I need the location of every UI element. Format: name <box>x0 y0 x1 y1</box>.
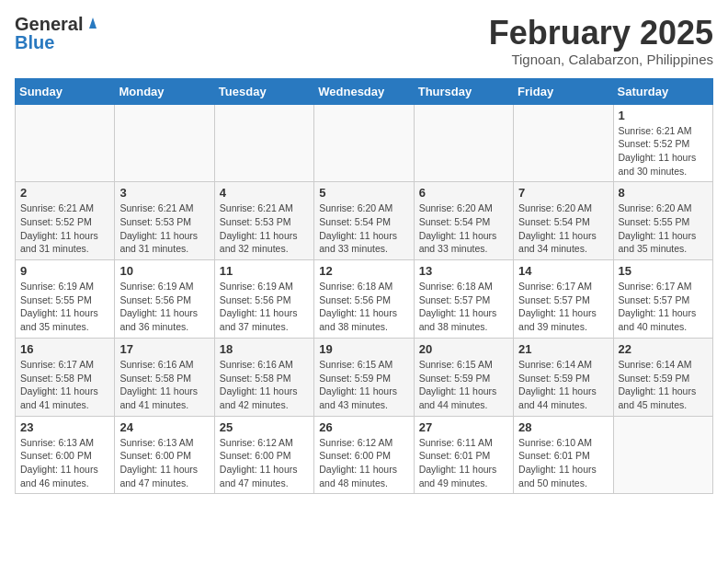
day-number: 12 <box>319 264 408 278</box>
day-info: Sunrise: 6:12 AM Sunset: 6:00 PM Dayligh… <box>319 436 408 490</box>
calendar-cell: 7Sunrise: 6:20 AM Sunset: 5:54 PM Daylig… <box>514 182 613 260</box>
day-info: Sunrise: 6:18 AM Sunset: 5:57 PM Dayligh… <box>419 280 508 334</box>
day-number: 4 <box>220 186 309 200</box>
day-number: 7 <box>518 186 608 200</box>
day-number: 8 <box>619 186 708 200</box>
calendar-cell: 9Sunrise: 6:19 AM Sunset: 5:55 PM Daylig… <box>16 260 115 339</box>
calendar-week-row: 2Sunrise: 6:21 AM Sunset: 5:52 PM Daylig… <box>16 182 713 260</box>
calendar-week-row: 9Sunrise: 6:19 AM Sunset: 5:55 PM Daylig… <box>16 260 713 339</box>
day-number: 13 <box>419 264 508 278</box>
weekday-header-tuesday: Tuesday <box>214 78 313 104</box>
calendar-week-row: 16Sunrise: 6:17 AM Sunset: 5:58 PM Dayli… <box>16 338 713 416</box>
day-number: 11 <box>220 264 309 278</box>
day-info: Sunrise: 6:21 AM Sunset: 5:52 PM Dayligh… <box>619 124 708 178</box>
day-number: 20 <box>419 342 508 356</box>
calendar-cell: 26Sunrise: 6:12 AM Sunset: 6:00 PM Dayli… <box>314 416 414 494</box>
calendar-cell: 21Sunrise: 6:14 AM Sunset: 5:59 PM Dayli… <box>514 338 613 416</box>
calendar-cell <box>16 104 115 182</box>
calendar-cell: 6Sunrise: 6:20 AM Sunset: 5:54 PM Daylig… <box>414 182 513 260</box>
calendar-cell <box>613 416 712 494</box>
calendar-cell: 12Sunrise: 6:18 AM Sunset: 5:56 PM Dayli… <box>314 260 414 339</box>
day-info: Sunrise: 6:19 AM Sunset: 5:56 PM Dayligh… <box>220 280 309 334</box>
day-number: 6 <box>419 186 508 200</box>
day-info: Sunrise: 6:12 AM Sunset: 6:00 PM Dayligh… <box>220 436 309 490</box>
day-number: 9 <box>20 264 109 278</box>
calendar-cell: 22Sunrise: 6:14 AM Sunset: 5:59 PM Dayli… <box>613 338 712 416</box>
day-number: 3 <box>119 186 209 200</box>
day-info: Sunrise: 6:18 AM Sunset: 5:56 PM Dayligh… <box>319 280 408 334</box>
day-info: Sunrise: 6:17 AM Sunset: 5:57 PM Dayligh… <box>518 280 608 334</box>
day-number: 23 <box>20 420 109 434</box>
calendar-cell: 3Sunrise: 6:21 AM Sunset: 5:53 PM Daylig… <box>115 182 214 260</box>
calendar-cell: 2Sunrise: 6:21 AM Sunset: 5:52 PM Daylig… <box>16 182 115 260</box>
logo-blue-text: Blue <box>15 33 54 52</box>
calendar-cell: 11Sunrise: 6:19 AM Sunset: 5:56 PM Dayli… <box>214 260 313 339</box>
calendar-cell <box>414 104 513 182</box>
calendar-cell <box>115 104 214 182</box>
calendar-cell: 13Sunrise: 6:18 AM Sunset: 5:57 PM Dayli… <box>414 260 513 339</box>
calendar-cell: 16Sunrise: 6:17 AM Sunset: 5:58 PM Dayli… <box>16 338 115 416</box>
day-info: Sunrise: 6:13 AM Sunset: 6:00 PM Dayligh… <box>20 436 109 490</box>
weekday-header-monday: Monday <box>115 78 214 104</box>
day-number: 18 <box>220 342 309 356</box>
day-info: Sunrise: 6:20 AM Sunset: 5:54 PM Dayligh… <box>518 201 608 256</box>
calendar-cell: 23Sunrise: 6:13 AM Sunset: 6:00 PM Dayli… <box>16 416 115 494</box>
day-info: Sunrise: 6:21 AM Sunset: 5:53 PM Dayligh… <box>119 201 209 256</box>
day-info: Sunrise: 6:13 AM Sunset: 6:00 PM Dayligh… <box>119 436 209 490</box>
calendar-cell: 25Sunrise: 6:12 AM Sunset: 6:00 PM Dayli… <box>214 416 313 494</box>
weekday-header-saturday: Saturday <box>613 78 712 104</box>
calendar-cell: 1Sunrise: 6:21 AM Sunset: 5:52 PM Daylig… <box>613 104 712 182</box>
calendar-cell: 28Sunrise: 6:10 AM Sunset: 6:01 PM Dayli… <box>514 416 613 494</box>
calendar-cell <box>514 104 613 182</box>
day-info: Sunrise: 6:10 AM Sunset: 6:01 PM Dayligh… <box>518 436 608 490</box>
day-info: Sunrise: 6:20 AM Sunset: 5:54 PM Dayligh… <box>319 201 408 256</box>
day-number: 21 <box>518 342 608 356</box>
day-number: 17 <box>119 342 209 356</box>
calendar-cell: 4Sunrise: 6:21 AM Sunset: 5:53 PM Daylig… <box>214 182 313 260</box>
calendar-cell <box>314 104 414 182</box>
day-number: 2 <box>20 186 109 200</box>
day-info: Sunrise: 6:20 AM Sunset: 5:55 PM Dayligh… <box>619 201 708 256</box>
calendar-table: SundayMondayTuesdayWednesdayThursdayFrid… <box>15 78 713 495</box>
day-number: 24 <box>119 420 209 434</box>
day-info: Sunrise: 6:16 AM Sunset: 5:58 PM Dayligh… <box>220 358 309 412</box>
day-info: Sunrise: 6:19 AM Sunset: 5:55 PM Dayligh… <box>20 280 109 334</box>
logo-general-text: General <box>15 15 83 33</box>
day-number: 26 <box>319 420 408 434</box>
calendar-cell: 18Sunrise: 6:16 AM Sunset: 5:58 PM Dayli… <box>214 338 313 416</box>
main-title: February 2025 <box>489 15 713 52</box>
weekday-header-thursday: Thursday <box>414 78 513 104</box>
day-number: 10 <box>119 264 209 278</box>
calendar-cell: 14Sunrise: 6:17 AM Sunset: 5:57 PM Dayli… <box>514 260 613 339</box>
day-info: Sunrise: 6:20 AM Sunset: 5:54 PM Dayligh… <box>419 201 508 256</box>
calendar-cell: 5Sunrise: 6:20 AM Sunset: 5:54 PM Daylig… <box>314 182 414 260</box>
calendar-week-row: 23Sunrise: 6:13 AM Sunset: 6:00 PM Dayli… <box>16 416 713 494</box>
day-info: Sunrise: 6:21 AM Sunset: 5:53 PM Dayligh… <box>220 201 309 256</box>
weekday-header-wednesday: Wednesday <box>314 78 414 104</box>
calendar-cell: 20Sunrise: 6:15 AM Sunset: 5:59 PM Dayli… <box>414 338 513 416</box>
logo: General Blue <box>15 15 101 52</box>
day-info: Sunrise: 6:16 AM Sunset: 5:58 PM Dayligh… <box>119 358 209 412</box>
day-number: 28 <box>518 420 608 434</box>
day-info: Sunrise: 6:17 AM Sunset: 5:58 PM Dayligh… <box>20 358 109 412</box>
weekday-header-sunday: Sunday <box>16 78 115 104</box>
calendar-cell: 8Sunrise: 6:20 AM Sunset: 5:55 PM Daylig… <box>613 182 712 260</box>
day-info: Sunrise: 6:14 AM Sunset: 5:59 PM Dayligh… <box>619 358 708 412</box>
day-number: 14 <box>518 264 608 278</box>
day-info: Sunrise: 6:21 AM Sunset: 5:52 PM Dayligh… <box>20 201 109 256</box>
calendar-cell: 10Sunrise: 6:19 AM Sunset: 5:56 PM Dayli… <box>115 260 214 339</box>
day-number: 22 <box>619 342 708 356</box>
weekday-header-row: SundayMondayTuesdayWednesdayThursdayFrid… <box>16 78 713 104</box>
day-number: 5 <box>319 186 408 200</box>
svg-marker-0 <box>89 17 97 29</box>
day-info: Sunrise: 6:14 AM Sunset: 5:59 PM Dayligh… <box>518 358 608 412</box>
day-number: 16 <box>20 342 109 356</box>
weekday-header-friday: Friday <box>514 78 613 104</box>
calendar-cell: 27Sunrise: 6:11 AM Sunset: 6:01 PM Dayli… <box>414 416 513 494</box>
day-number: 1 <box>619 109 708 122</box>
day-number: 15 <box>619 264 708 278</box>
day-info: Sunrise: 6:17 AM Sunset: 5:57 PM Dayligh… <box>619 280 708 334</box>
day-info: Sunrise: 6:19 AM Sunset: 5:56 PM Dayligh… <box>119 280 209 334</box>
day-info: Sunrise: 6:15 AM Sunset: 5:59 PM Dayligh… <box>319 358 408 412</box>
calendar-cell: 19Sunrise: 6:15 AM Sunset: 5:59 PM Dayli… <box>314 338 414 416</box>
